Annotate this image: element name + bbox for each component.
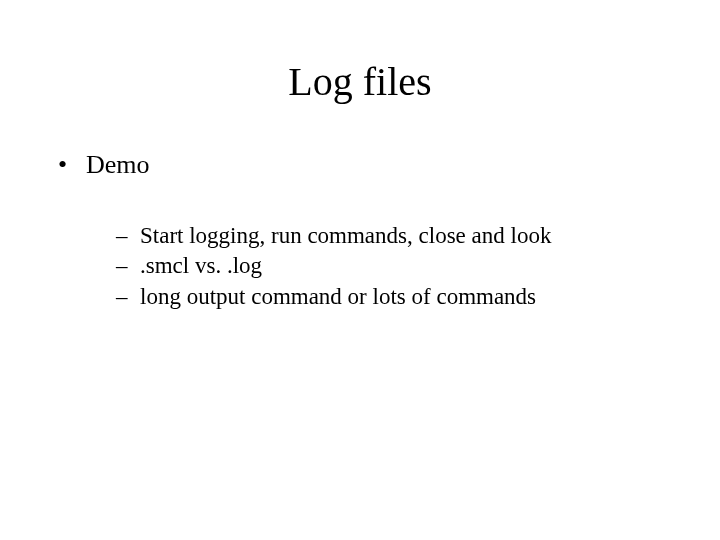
bullet-level2-item: long output command or lots of commands	[116, 283, 664, 312]
bullet-level2-item: .smcl vs. .log	[116, 252, 664, 281]
bullet-list-level2: Start logging, run commands, close and l…	[86, 222, 664, 312]
bullet-level2-label: .smcl vs. .log	[140, 253, 262, 278]
bullet-level1-label: Demo	[86, 150, 150, 179]
bullet-level1-item: Demo Start logging, run commands, close …	[56, 149, 664, 312]
slide-body: Demo Start logging, run commands, close …	[0, 105, 720, 312]
bullet-level2-label: long output command or lots of commands	[140, 284, 536, 309]
bullet-level2-label: Start logging, run commands, close and l…	[140, 223, 551, 248]
bullet-level2-item: Start logging, run commands, close and l…	[116, 222, 664, 251]
slide: Log files Demo Start logging, run comman…	[0, 0, 720, 540]
slide-title: Log files	[0, 0, 720, 105]
bullet-list-level1: Demo Start logging, run commands, close …	[56, 149, 664, 312]
